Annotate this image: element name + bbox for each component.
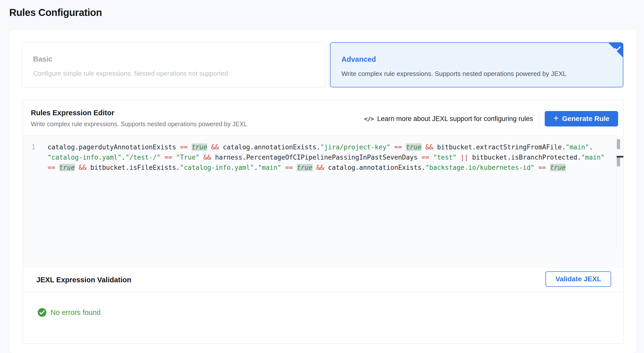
rules-expression-editor-card: Rules Expression Editor Write complex ru…	[23, 100, 624, 343]
scrollbar-thumb[interactable]	[617, 158, 620, 166]
editor-scrollbar[interactable]	[616, 135, 624, 245]
validation-result: No errors found	[37, 308, 101, 317]
editor-title: Rules Expression Editor	[31, 109, 114, 117]
plus-icon: +	[554, 113, 559, 124]
page-title: Rules Configuration	[9, 7, 102, 18]
check-icon	[614, 44, 622, 53]
validation-result-text: No errors found	[50, 308, 101, 317]
code-content: 1catalog.pagerdutyAnnotationExists == tr…	[23, 142, 624, 173]
code-icon: </>	[364, 115, 374, 123]
editor-header-actions: </> Learn more about JEXL support for co…	[364, 111, 618, 127]
header-divider	[539, 111, 539, 127]
tab-basic[interactable]: Basic Configure simple rule expressions.…	[22, 42, 326, 87]
code-text: == true && bitbucket.isFileExists."catal…	[48, 163, 566, 173]
code-text: "catalog-info.yaml"."/test-/" == "True" …	[48, 152, 605, 163]
learn-more-jexl-link[interactable]: Learn more about JEXL support for config…	[377, 115, 533, 123]
tab-advanced-description: Write complex rule expressions. Supports…	[342, 70, 612, 78]
generate-rule-button-label: Generate Rule	[562, 115, 610, 123]
validation-title: JEXL Expression Validation	[36, 276, 131, 284]
code-text: catalog.pagerdutyAnnotationExists == tru…	[48, 142, 593, 152]
line-number: 1	[23, 142, 48, 152]
line-number	[23, 163, 48, 173]
editor-header: Rules Expression Editor Write complex ru…	[23, 100, 624, 135]
scrollbar-marker	[617, 156, 623, 158]
tab-basic-title: Basic	[33, 55, 315, 63]
code-line[interactable]: "catalog-info.yaml"."/test-/" == "True" …	[23, 152, 624, 163]
code-line[interactable]: == true && bitbucket.isFileExists."catal…	[23, 163, 624, 173]
rules-configuration-panel: Basic Configure simple rule expressions.…	[10, 30, 636, 353]
code-line[interactable]: 1catalog.pagerdutyAnnotationExists == tr…	[23, 142, 624, 152]
line-number	[23, 152, 48, 163]
jexl-validation-header: JEXL Expression Validation Validate JEXL	[23, 268, 624, 292]
success-check-icon	[37, 308, 47, 317]
jexl-code-editor[interactable]: 1catalog.pagerdutyAnnotationExists == tr…	[23, 135, 624, 268]
tab-advanced[interactable]: Advanced Write complex rule expressions.…	[330, 42, 623, 87]
scrollbar-thumb[interactable]	[617, 139, 620, 149]
generate-rule-button[interactable]: + Generate Rule	[545, 111, 618, 126]
editor-subtitle: Write complex rule expressions. Supports…	[31, 121, 247, 128]
tab-basic-description: Configure simple rule expressions. Neste…	[33, 70, 315, 77]
tab-advanced-title: Advanced	[342, 55, 612, 64]
validate-jexl-button[interactable]: Validate JEXL	[546, 271, 611, 287]
